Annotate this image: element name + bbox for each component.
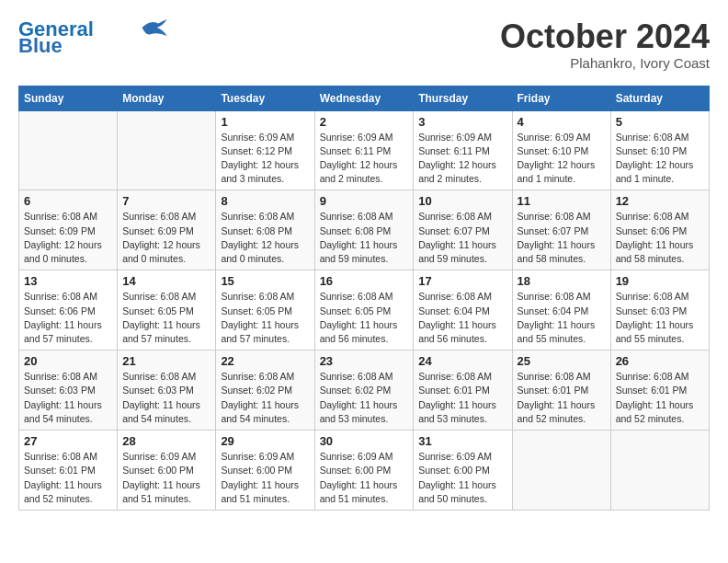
day-number: 14: [122, 274, 210, 288]
day-number: 22: [221, 354, 309, 368]
day-info: Sunrise: 6:09 AM Sunset: 6:10 PM Dayligh…: [518, 131, 606, 187]
day-info: Sunrise: 6:08 AM Sunset: 6:01 PM Dayligh…: [418, 370, 506, 426]
day-number: 2: [320, 115, 409, 129]
day-number: 9: [320, 194, 409, 208]
calendar-cell: 20Sunrise: 6:08 AM Sunset: 6:03 PM Dayli…: [19, 350, 118, 431]
day-number: 8: [221, 194, 309, 208]
day-number: 29: [221, 434, 309, 448]
calendar-cell: 3Sunrise: 6:09 AM Sunset: 6:11 PM Daylig…: [414, 110, 512, 190]
day-info: Sunrise: 6:09 AM Sunset: 6:11 PM Dayligh…: [418, 131, 506, 187]
day-info: Sunrise: 6:08 AM Sunset: 6:05 PM Dayligh…: [122, 290, 210, 346]
calendar-cell: [610, 431, 709, 511]
title-block: October 2024 Plahankro, Ivory Coast: [500, 18, 710, 71]
calendar-cell: 16Sunrise: 6:08 AM Sunset: 6:05 PM Dayli…: [314, 270, 414, 350]
day-number: 3: [418, 115, 506, 129]
calendar-header: SundayMondayTuesdayWednesdayThursdayFrid…: [19, 86, 710, 110]
calendar-cell: 18Sunrise: 6:08 AM Sunset: 6:04 PM Dayli…: [512, 270, 610, 350]
calendar-cell: 19Sunrise: 6:08 AM Sunset: 6:03 PM Dayli…: [610, 270, 709, 350]
day-number: 28: [122, 434, 210, 448]
day-info: Sunrise: 6:09 AM Sunset: 6:00 PM Dayligh…: [320, 450, 409, 506]
header-day-tuesday: Tuesday: [216, 86, 314, 110]
day-number: 25: [518, 354, 606, 368]
week-row-2: 6Sunrise: 6:08 AM Sunset: 6:09 PM Daylig…: [19, 190, 710, 270]
calendar-cell: 21Sunrise: 6:08 AM Sunset: 6:03 PM Dayli…: [118, 350, 216, 431]
day-number: 1: [221, 115, 309, 129]
calendar-cell: 9Sunrise: 6:08 AM Sunset: 6:08 PM Daylig…: [314, 190, 414, 270]
day-number: 31: [418, 434, 506, 448]
calendar-cell: 7Sunrise: 6:08 AM Sunset: 6:09 PM Daylig…: [118, 190, 216, 270]
calendar-cell: 14Sunrise: 6:08 AM Sunset: 6:05 PM Dayli…: [118, 270, 216, 350]
day-number: 20: [24, 354, 112, 368]
day-info: Sunrise: 6:09 AM Sunset: 6:12 PM Dayligh…: [221, 131, 309, 187]
calendar-cell: 22Sunrise: 6:08 AM Sunset: 6:02 PM Dayli…: [216, 350, 314, 431]
header-day-saturday: Saturday: [610, 86, 709, 110]
calendar-table: SundayMondayTuesdayWednesdayThursdayFrid…: [18, 86, 710, 511]
day-number: 21: [122, 354, 210, 368]
calendar-cell: 10Sunrise: 6:08 AM Sunset: 6:07 PM Dayli…: [414, 190, 512, 270]
day-info: Sunrise: 6:08 AM Sunset: 6:03 PM Dayligh…: [616, 290, 704, 346]
calendar-cell: [512, 431, 610, 511]
calendar-cell: 31Sunrise: 6:09 AM Sunset: 6:00 PM Dayli…: [414, 431, 512, 511]
day-number: 15: [221, 274, 309, 288]
calendar-cell: 24Sunrise: 6:08 AM Sunset: 6:01 PM Dayli…: [414, 350, 512, 431]
calendar-cell: 17Sunrise: 6:08 AM Sunset: 6:04 PM Dayli…: [414, 270, 512, 350]
day-number: 26: [616, 354, 704, 368]
header-day-wednesday: Wednesday: [314, 86, 414, 110]
month-title: October 2024: [500, 18, 710, 55]
day-info: Sunrise: 6:08 AM Sunset: 6:07 PM Dayligh…: [518, 210, 606, 266]
day-info: Sunrise: 6:08 AM Sunset: 6:05 PM Dayligh…: [221, 290, 309, 346]
day-info: Sunrise: 6:08 AM Sunset: 6:09 PM Dayligh…: [122, 210, 210, 266]
day-number: 24: [418, 354, 506, 368]
day-number: 6: [24, 194, 112, 208]
day-info: Sunrise: 6:08 AM Sunset: 6:01 PM Dayligh…: [616, 370, 704, 426]
header-day-friday: Friday: [512, 86, 610, 110]
day-info: Sunrise: 6:08 AM Sunset: 6:04 PM Dayligh…: [518, 290, 606, 346]
calendar-body: 1Sunrise: 6:09 AM Sunset: 6:12 PM Daylig…: [19, 110, 710, 510]
day-info: Sunrise: 6:09 AM Sunset: 6:11 PM Dayligh…: [320, 131, 409, 187]
calendar-cell: 1Sunrise: 6:09 AM Sunset: 6:12 PM Daylig…: [216, 110, 314, 190]
day-number: 16: [320, 274, 409, 288]
calendar-cell: 27Sunrise: 6:08 AM Sunset: 6:01 PM Dayli…: [19, 431, 118, 511]
day-number: 11: [518, 194, 606, 208]
day-number: 7: [122, 194, 210, 208]
day-info: Sunrise: 6:08 AM Sunset: 6:03 PM Dayligh…: [122, 370, 210, 426]
day-number: 17: [418, 274, 506, 288]
day-info: Sunrise: 6:08 AM Sunset: 6:01 PM Dayligh…: [518, 370, 606, 426]
calendar-cell: [19, 110, 118, 190]
day-number: 23: [320, 354, 409, 368]
day-info: Sunrise: 6:08 AM Sunset: 6:04 PM Dayligh…: [418, 290, 506, 346]
location-subtitle: Plahankro, Ivory Coast: [500, 55, 710, 71]
day-info: Sunrise: 6:08 AM Sunset: 6:09 PM Dayligh…: [24, 210, 112, 266]
week-row-4: 20Sunrise: 6:08 AM Sunset: 6:03 PM Dayli…: [19, 350, 710, 431]
day-info: Sunrise: 6:08 AM Sunset: 6:10 PM Dayligh…: [616, 131, 704, 187]
week-row-1: 1Sunrise: 6:09 AM Sunset: 6:12 PM Daylig…: [19, 110, 710, 190]
page-header: General Blue October 2024 Plahankro, Ivo…: [18, 18, 710, 71]
day-info: Sunrise: 6:08 AM Sunset: 6:03 PM Dayligh…: [24, 370, 112, 426]
logo-bird-icon: [142, 19, 167, 36]
calendar-cell: 4Sunrise: 6:09 AM Sunset: 6:10 PM Daylig…: [512, 110, 610, 190]
calendar-cell: 12Sunrise: 6:08 AM Sunset: 6:06 PM Dayli…: [610, 190, 709, 270]
day-number: 13: [24, 274, 112, 288]
day-number: 27: [24, 434, 112, 448]
calendar-cell: 25Sunrise: 6:08 AM Sunset: 6:01 PM Dayli…: [512, 350, 610, 431]
day-number: 10: [418, 194, 506, 208]
logo: General Blue: [18, 18, 167, 57]
day-info: Sunrise: 6:09 AM Sunset: 6:00 PM Dayligh…: [418, 450, 506, 506]
day-info: Sunrise: 6:08 AM Sunset: 6:06 PM Dayligh…: [616, 210, 704, 266]
calendar-cell: 23Sunrise: 6:08 AM Sunset: 6:02 PM Dayli…: [314, 350, 414, 431]
day-info: Sunrise: 6:08 AM Sunset: 6:02 PM Dayligh…: [221, 370, 309, 426]
week-row-3: 13Sunrise: 6:08 AM Sunset: 6:06 PM Dayli…: [19, 270, 710, 350]
calendar-cell: 6Sunrise: 6:08 AM Sunset: 6:09 PM Daylig…: [19, 190, 118, 270]
day-number: 18: [518, 274, 606, 288]
header-day-thursday: Thursday: [414, 86, 512, 110]
header-row: SundayMondayTuesdayWednesdayThursdayFrid…: [19, 86, 710, 110]
day-info: Sunrise: 6:08 AM Sunset: 6:01 PM Dayligh…: [24, 450, 112, 506]
day-info: Sunrise: 6:09 AM Sunset: 6:00 PM Dayligh…: [221, 450, 309, 506]
day-info: Sunrise: 6:08 AM Sunset: 6:05 PM Dayligh…: [320, 290, 409, 346]
day-number: 19: [616, 274, 704, 288]
calendar-cell: 26Sunrise: 6:08 AM Sunset: 6:01 PM Dayli…: [610, 350, 709, 431]
day-number: 12: [616, 194, 704, 208]
calendar-cell: [118, 110, 216, 190]
calendar-cell: 15Sunrise: 6:08 AM Sunset: 6:05 PM Dayli…: [216, 270, 314, 350]
header-day-sunday: Sunday: [19, 86, 118, 110]
